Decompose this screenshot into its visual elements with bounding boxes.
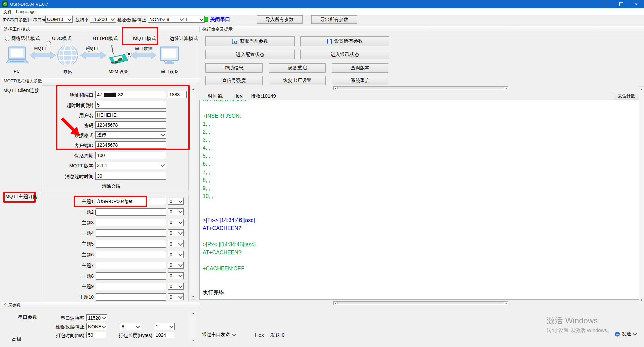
topic-input[interactable] xyxy=(96,262,166,269)
topic-input[interactable] xyxy=(96,240,166,248)
log-line: 10, , xyxy=(203,192,642,200)
get-params-button[interactable]: 获取当前参数 xyxy=(205,36,295,46)
topic-input[interactable] xyxy=(96,208,166,216)
scroll-down-icon[interactable]: ▼ xyxy=(190,294,196,299)
import-params-button[interactable]: 导入所有参数 xyxy=(257,15,303,24)
serial-open-indicator-icon xyxy=(204,17,208,22)
com-port-select[interactable]: COM10 xyxy=(45,16,73,23)
send-via-dropdown[interactable]: 通过串口发送 xyxy=(202,332,236,338)
topic-row: 主题3 0 xyxy=(42,219,188,227)
scroll-down-icon[interactable]: ▼ xyxy=(190,338,196,343)
topic-input[interactable] xyxy=(96,283,166,290)
topic-qos-select[interactable]: 0 xyxy=(168,272,184,279)
topic-qos-select[interactable]: 0 xyxy=(168,208,184,215)
topic-input[interactable] xyxy=(96,272,166,280)
pc-label: PC xyxy=(6,69,28,74)
topic-input[interactable] xyxy=(96,229,166,237)
device-reboot-button[interactable]: 设备重启 xyxy=(269,63,326,73)
parity-select[interactable]: NONI xyxy=(148,16,166,23)
maximize-icon xyxy=(619,2,623,6)
keepalive-label: 保活周期 xyxy=(40,153,93,159)
maximize-button[interactable] xyxy=(613,0,629,8)
log-hscrollbar-bottom[interactable]: ◄ ► xyxy=(333,301,508,305)
topic-qos-select[interactable]: 0 xyxy=(168,283,184,290)
scroll-right-icon[interactable]: ► xyxy=(505,87,508,90)
menu-bar xyxy=(0,8,644,15)
log-line: 2, , xyxy=(203,128,642,136)
scroll-up-icon[interactable]: ▲ xyxy=(190,86,196,91)
topic-qos-select[interactable]: 0 xyxy=(168,229,184,236)
global-panel-scrollbar[interactable]: ▲ ▼ xyxy=(190,310,196,343)
msg-timeout-label: 消息超时时间 xyxy=(40,174,93,180)
topic-label: 主题6 xyxy=(42,252,94,258)
scrollbar-thumb[interactable] xyxy=(337,302,504,304)
baud-select[interactable]: 115200 xyxy=(90,16,116,23)
log-line xyxy=(203,281,642,289)
minimize-button[interactable] xyxy=(598,0,613,8)
global-parity-label: 检验/数据/停止 xyxy=(49,324,84,330)
scroll-up-icon[interactable]: ▲ xyxy=(639,87,644,92)
stopbits-select[interactable]: 1 xyxy=(184,16,205,23)
mqtt-panel-scrollbar[interactable]: ▲ ▼ xyxy=(190,86,196,300)
chevron-down-icon xyxy=(178,241,183,246)
close-serial-button[interactable]: 关闭串口 xyxy=(210,16,230,23)
query-signal-button[interactable]: 查信号强度 xyxy=(205,76,263,85)
pack-time-input[interactable]: 50 xyxy=(86,332,106,338)
help-info-button[interactable]: 帮助信息 xyxy=(205,63,263,73)
keepalive-input[interactable]: 100 xyxy=(95,152,166,159)
log-line: AT+INSERTJSON? xyxy=(203,100,642,104)
log-line: AT+CACHEEN? xyxy=(203,224,642,232)
scroll-up-icon[interactable]: ▲ xyxy=(190,310,196,316)
global-stopbits-select[interactable]: 1 xyxy=(154,323,175,330)
pack-len-input[interactable]: 1024 xyxy=(154,332,174,338)
menu-file[interactable]: 文件 xyxy=(3,9,12,15)
radio-mode-transparent[interactable] xyxy=(5,36,10,41)
log-line: +INSERTJSON: xyxy=(203,112,642,120)
global-baud-select[interactable]: 115200 xyxy=(86,314,107,321)
topic-qos-select[interactable]: 0 xyxy=(168,240,184,247)
log-line: 3, , xyxy=(203,136,642,144)
scroll-left-icon[interactable]: ◄ xyxy=(334,87,337,90)
topic-qos-select[interactable]: 0 xyxy=(168,262,184,269)
topic-input[interactable] xyxy=(96,251,166,258)
send-button[interactable]: 发送 xyxy=(615,331,636,337)
m2m-label: M2M 设备 xyxy=(107,69,129,75)
topic-label: 主题8 xyxy=(42,273,94,279)
databits-select[interactable]: 8 xyxy=(165,16,185,23)
enter-config-button[interactable]: 进入配置状态 xyxy=(205,50,295,59)
annotation-box-topic1 xyxy=(74,196,147,207)
factory-reset-button[interactable]: 恢复出厂设置 xyxy=(269,76,326,85)
scroll-left-icon[interactable]: ◄ xyxy=(334,302,337,305)
set-params-button[interactable]: 设置所有参数 xyxy=(300,36,389,46)
topic-input[interactable] xyxy=(96,293,166,301)
scroll-right-icon[interactable]: ► xyxy=(505,302,508,305)
topic-qos-select[interactable]: 0 xyxy=(168,293,184,300)
topic-row: 主题6 0 xyxy=(42,251,188,259)
system-reboot-button[interactable]: 系统重启 xyxy=(332,76,388,85)
topics-list: 主题1 /USR-DR504/get 0 主题2 0 主题3 0 主题4 0 主… xyxy=(42,195,189,301)
log-vscrollbar[interactable]: ▲ ▼ xyxy=(639,86,644,303)
log-hscrollbar-top[interactable]: ◄ ► xyxy=(333,86,508,90)
topic-qos-select[interactable]: 0 xyxy=(168,198,184,205)
scrollbar-thumb[interactable] xyxy=(337,87,504,89)
arrow-icon xyxy=(80,52,106,59)
clear-session-label: 清除会话 xyxy=(102,183,120,189)
topic-qos-select[interactable]: 0 xyxy=(168,219,184,226)
log-area[interactable]: AT+INSERTJSON? +INSERTJSON:1, ,2, ,3, ,4… xyxy=(199,100,643,300)
global-parity-select[interactable]: NONE xyxy=(86,323,107,330)
reset-count-button[interactable]: 复位计数 xyxy=(614,92,639,100)
export-params-button[interactable]: 导出所有参数 xyxy=(311,15,357,24)
scroll-down-icon[interactable]: ▼ xyxy=(639,297,644,303)
msg-timeout-input[interactable]: 30 xyxy=(95,172,166,180)
close-button[interactable]: ✕ xyxy=(629,0,644,8)
mqtt-version-select[interactable]: 3.1.1 xyxy=(95,162,166,169)
log-line: AT+CACHEEN? xyxy=(203,249,642,257)
enter-comm-button[interactable]: 进入通讯状态 xyxy=(300,50,389,59)
topic-qos-select[interactable]: 0 xyxy=(168,251,184,258)
menu-language[interactable]: Language xyxy=(16,9,36,14)
global-databits-select[interactable]: 8 xyxy=(120,323,141,330)
log-line xyxy=(203,257,642,265)
topic-input[interactable] xyxy=(96,219,166,226)
radio-mode-httpd-label: HTTPD模式 xyxy=(93,36,118,42)
query-version-button[interactable]: 查询版本 xyxy=(332,63,388,73)
